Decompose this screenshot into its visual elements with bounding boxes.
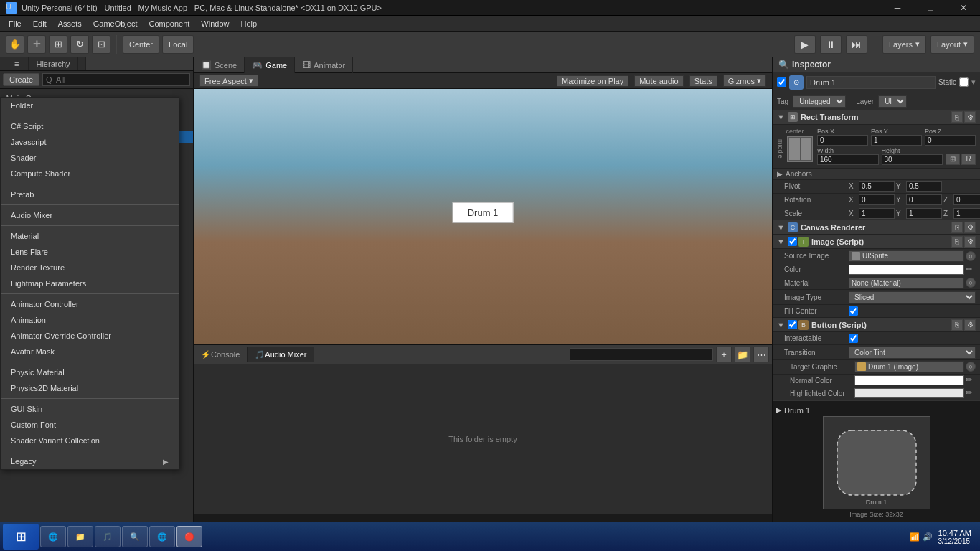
menu-item-animator-controller[interactable]: Animator Controller [1, 296, 179, 312]
object-name-input[interactable] [806, 76, 936, 89]
aspect-dropdown[interactable]: Free Aspect ▾ [199, 75, 258, 87]
scale-x-input[interactable] [859, 208, 895, 219]
button-copy-button[interactable]: ⎘ [951, 319, 963, 331]
button-settings-button[interactable]: ⚙ [964, 319, 976, 331]
rotate-tool-button[interactable]: ⊞ [49, 35, 67, 54]
scale-tool-button[interactable]: ↻ [70, 35, 89, 54]
image-type-select[interactable]: Sliced [849, 291, 976, 303]
taskbar-media[interactable]: 🎵 [95, 526, 121, 547]
horizontal-scrollbar[interactable] [194, 514, 772, 522]
drum1-game-button[interactable]: Drum 1 [453, 202, 514, 223]
image-settings-button[interactable]: ⚙ [964, 236, 976, 248]
menu-help[interactable]: Help [235, 18, 263, 29]
object-active-checkbox[interactable] [777, 77, 786, 87]
menu-item-lens-flare[interactable]: Lens Flare [1, 244, 179, 260]
canvas-settings-button[interactable]: ⚙ [964, 222, 976, 233]
create-button[interactable]: Create [3, 73, 39, 86]
rotation-x-input[interactable] [859, 194, 895, 205]
menu-item-avatar-mask[interactable]: Avatar Mask [1, 344, 179, 359]
scale-y-input[interactable] [906, 208, 942, 219]
button-script-header[interactable]: ▼ B Button (Script) ⎘ ⚙ [773, 318, 980, 332]
step-button[interactable]: ⏭ [846, 35, 867, 54]
gizmos-button[interactable]: Gizmos ▾ [723, 75, 766, 87]
taskbar-chrome[interactable]: 🌐 [149, 526, 175, 547]
interactable-checkbox[interactable] [849, 334, 858, 343]
center-button[interactable]: Center [123, 35, 159, 54]
image-copy-button[interactable]: ⎘ [951, 236, 963, 248]
source-image-ref[interactable]: UISprite [849, 250, 964, 262]
console-search-input[interactable] [570, 348, 713, 361]
taskbar-explorer[interactable]: 📁 [67, 526, 93, 547]
image-script-header[interactable]: ▼ I Image (Script) ⎘ ⚙ [773, 235, 980, 249]
rect-settings-button[interactable]: ⚙ [964, 111, 976, 123]
normal-color-swatch[interactable] [854, 375, 964, 385]
menu-item-custom-font[interactable]: Custom Font [1, 417, 179, 433]
menu-item-shader-variant[interactable]: Shader Variant Collection [1, 433, 179, 448]
target-graphic-select-button[interactable]: ○ [966, 362, 976, 372]
menu-item-shader[interactable]: Shader [1, 150, 179, 166]
menu-component[interactable]: Component [143, 18, 195, 29]
tab-console[interactable]: ⚡ Console [194, 347, 248, 362]
tab-scene[interactable]: 🔲 Scene [194, 57, 245, 73]
local-button[interactable]: Local [162, 35, 194, 54]
maximize-button[interactable]: □ [914, 0, 947, 16]
maximize-on-play-button[interactable]: Maximize on Play [557, 75, 628, 87]
layers-dropdown[interactable]: Layers ▾ [882, 35, 926, 54]
pos-y-input[interactable] [871, 135, 922, 146]
canvas-renderer-header[interactable]: ▼ C Canvas Renderer ⎘ ⚙ [773, 220, 980, 235]
play-button[interactable]: ▶ [794, 35, 816, 54]
menu-edit[interactable]: Edit [27, 18, 52, 29]
mute-audio-button[interactable]: Mute audio [634, 75, 683, 87]
material-ref[interactable]: None (Material) [849, 278, 964, 288]
menu-item-folder[interactable]: Folder [1, 98, 179, 113]
rotation-z-input[interactable] [953, 194, 980, 205]
anchors-section[interactable]: ▶ Anchors [773, 169, 980, 180]
rect-transform-header[interactable]: ▼ ⊞ Rect Transform ⎘ ⚙ [773, 110, 980, 125]
normal-color-picker-icon[interactable]: ✏ [966, 375, 976, 385]
scale-z-input[interactable] [953, 208, 980, 219]
taskbar-search[interactable]: 🔍 [122, 526, 148, 547]
menu-assets[interactable]: Assets [52, 18, 88, 29]
fill-center-checkbox[interactable] [849, 306, 858, 316]
taskbar-unity[interactable]: 🔴 [176, 526, 202, 547]
tag-dropdown[interactable]: Untagged [793, 95, 846, 108]
button-script-enabled[interactable] [788, 320, 797, 329]
add-icon-button[interactable]: + [716, 347, 732, 362]
menu-item-physic-material[interactable]: Physic Material [1, 364, 179, 380]
menu-gameobject[interactable]: GameObject [88, 18, 143, 29]
pause-button[interactable]: ⏸ [820, 35, 842, 54]
folder-icon-button[interactable]: 📁 [735, 347, 750, 362]
transition-select[interactable]: Color Tint [849, 347, 976, 359]
menu-item-javascript[interactable]: Javascript [1, 134, 179, 150]
color-swatch[interactable] [849, 265, 964, 275]
image-script-enabled[interactable] [788, 237, 797, 246]
close-button[interactable]: ✕ [947, 0, 980, 16]
menu-item-lightmap-params[interactable]: Lightmap Parameters [1, 276, 179, 291]
width-input[interactable] [817, 154, 879, 165]
highlighted-color-swatch[interactable] [854, 388, 964, 398]
taskbar-ie[interactable]: 🌐 [40, 526, 66, 547]
static-checkbox[interactable] [959, 77, 969, 87]
rect-tool-button[interactable]: ⊡ [92, 35, 110, 54]
layer-dropdown[interactable]: UI [878, 95, 907, 108]
highlighted-color-picker-icon[interactable]: ✏ [966, 388, 976, 398]
menu-window[interactable]: Window [195, 18, 235, 29]
pos-z-input[interactable] [925, 135, 976, 146]
pos-x-input[interactable] [817, 135, 868, 146]
menu-item-animation[interactable]: Animation [1, 312, 179, 328]
reset-button[interactable]: R [961, 154, 976, 165]
target-graphic-ref[interactable]: Drum 1 (Image) [854, 361, 964, 372]
menu-file[interactable]: File [3, 18, 27, 29]
minimize-button[interactable]: ─ [881, 0, 914, 16]
resize-button[interactable]: ⊞ [946, 154, 960, 165]
move-tool-button[interactable]: ✛ [27, 35, 46, 54]
tab-game[interactable]: 🎮 Game [245, 57, 295, 73]
tab-animator[interactable]: 🎞 Animator [295, 57, 353, 73]
color-picker-icon[interactable]: ✏ [966, 265, 976, 275]
menu-item-legacy[interactable]: Legacy ▶ [1, 453, 179, 469]
hand-tool-button[interactable]: ✋ [6, 35, 24, 54]
menu-item-audio-mixer[interactable]: Audio Mixer [1, 207, 179, 223]
material-select-button[interactable]: ○ [966, 278, 976, 288]
canvas-copy-button[interactable]: ⎘ [951, 222, 963, 233]
source-image-select-button[interactable]: ○ [966, 251, 976, 261]
